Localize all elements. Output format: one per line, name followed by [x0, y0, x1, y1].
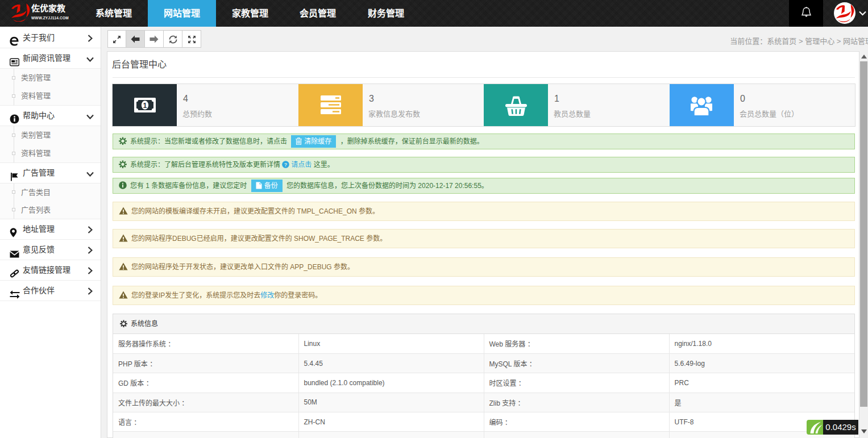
svg-text:?: ? — [284, 162, 288, 168]
svg-text:1: 1 — [143, 102, 147, 110]
